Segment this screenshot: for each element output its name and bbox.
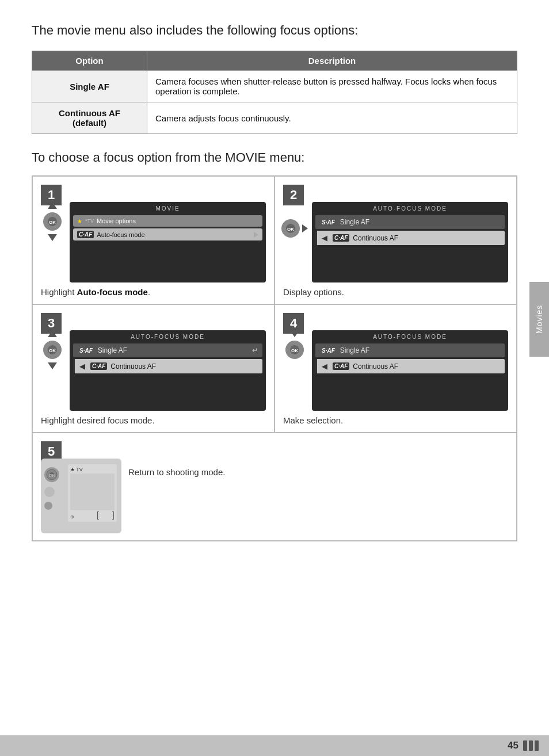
- saf-icon: S·AF: [320, 219, 337, 226]
- step-4-number: 4: [283, 313, 304, 334]
- step-3-caf: ◀ C·AF Continuous AF: [73, 359, 262, 373]
- camera-buttons: OK: [44, 467, 59, 510]
- arrow-down-icon: [48, 234, 57, 241]
- page-number: 45: [508, 740, 518, 751]
- caf-icon-4: C·AF: [333, 362, 349, 370]
- step-4-screen: AUTO-FOCUS MODE S·AF Single AF ◀ C·AF Co…: [312, 330, 508, 411]
- step-2-caption: Display options.: [283, 287, 508, 297]
- sel-arrow-4-icon: ◀: [322, 362, 327, 371]
- caf-icon-3: C·AF: [90, 362, 107, 370]
- sidebar-movies-label: Movies: [529, 282, 549, 357]
- bottom-bar: 45: [0, 735, 549, 756]
- desc-single-af: Camera focuses when shutter-release butt…: [147, 71, 517, 102]
- step-2-ok-right: OK: [281, 202, 308, 238]
- desc-continuous-af: Camera adjusts focus continuously.: [147, 102, 517, 134]
- triangle-right-icon: [254, 232, 258, 238]
- dot-2: [529, 740, 533, 751]
- dot-1: [523, 740, 527, 751]
- step-4-screen-title: AUTO-FOCUS MODE: [315, 334, 505, 340]
- option-continuous-af: Continuous AF (default): [32, 102, 147, 134]
- sel-arrow-icon: ◀: [322, 234, 327, 242]
- caf-icon: C·AF: [77, 231, 94, 238]
- step-1-number: 1: [41, 185, 62, 205]
- arrow-down-3-icon: [48, 362, 57, 369]
- intro-text: The movie menu also includes the followi…: [32, 23, 517, 38]
- caf-icon-2: C·AF: [333, 234, 349, 242]
- sel-arrow-3-icon: ◀: [79, 362, 85, 371]
- svg-text:OK: OK: [49, 474, 55, 478]
- step-2-cell: 2 OK AUTO-FOCU: [274, 176, 517, 304]
- col-option-header: Option: [32, 51, 147, 71]
- page-dots: [523, 740, 539, 751]
- svg-text:OK: OK: [291, 348, 298, 353]
- arrow-right-icon: [302, 224, 308, 232]
- col-description-header: Description: [147, 51, 517, 71]
- page: The movie menu also includes the followi…: [0, 0, 549, 756]
- check-icon: ↵: [252, 346, 258, 354]
- saf-icon-4: S·AF: [320, 347, 337, 354]
- step-1-screen-title: MOVIE: [73, 205, 262, 212]
- camera-screen-top: ★ TV: [70, 467, 115, 472]
- step-3-number: 3: [41, 313, 62, 334]
- camera-viewfinder: [70, 474, 115, 510]
- options-table: Option Description Single AF Camera focu…: [32, 51, 517, 134]
- step-3-content: OK AUTO-FOCUS MODE S·AF Single AF ↵ ◀ C·…: [41, 313, 266, 411]
- step-5-caption: Return to shooting mode.: [128, 441, 508, 477]
- step-1-screen: MOVIE ★ *TV Movie options C·AF Auto-focu…: [70, 202, 266, 282]
- ok-button-4-icon: OK: [285, 341, 304, 359]
- step-1-cell: 1 OK MOVIE ★: [32, 176, 274, 304]
- step-4-saf: S·AF Single AF: [315, 343, 505, 357]
- ok-button-3-icon: OK: [43, 341, 62, 359]
- svg-text:OK: OK: [287, 227, 294, 232]
- step-2-screen: AUTO-FOCUS MODE S·AF Single AF ◀ C·AF Co…: [312, 202, 508, 282]
- step-2-saf: S·AF Single AF: [315, 215, 505, 229]
- step-2-number: 2: [283, 185, 304, 205]
- step-3-caption: Highlight desired focus mode.: [41, 415, 266, 425]
- option-single-af: Single AF: [32, 71, 147, 102]
- camera-mockup: OK ★ TV ⊕ [ ]: [41, 459, 121, 533]
- step-3-screen: AUTO-FOCUS MODE S·AF Single AF ↵ ◀ C·AF …: [70, 330, 266, 411]
- camera-screen: ★ TV ⊕ [ ]: [68, 464, 117, 522]
- svg-text:OK: OK: [49, 348, 56, 353]
- table-row: Continuous AF (default) Camera adjusts f…: [32, 102, 517, 134]
- steps-grid: 1 OK MOVIE ★: [32, 175, 517, 541]
- camera-screen-bottom: ⊕ [ ]: [70, 510, 115, 520]
- ok-button-2-icon: OK: [281, 219, 300, 238]
- step-4-caption: Make selection.: [283, 415, 508, 425]
- step-4-caf: ◀ C·AF Continuous AF: [315, 359, 505, 373]
- camera-small-btn-icon: [44, 487, 55, 497]
- step-2-screen-title: AUTO-FOCUS MODE: [315, 205, 505, 212]
- camera-dial-icon: OK: [44, 467, 59, 482]
- step-2-content: OK AUTO-FOCUS MODE S·AF Single AF ◀: [283, 185, 508, 282]
- step-1-caption: Highlight Auto-focus mode.: [41, 287, 266, 297]
- svg-text:OK: OK: [49, 220, 56, 225]
- section2-title: To choose a focus option from the MOVIE …: [32, 150, 517, 165]
- step-2-caf: ◀ C·AF Continuous AF: [315, 231, 505, 245]
- step-1-movie-options: ★ *TV Movie options: [73, 215, 262, 227]
- dot-3: [535, 740, 539, 751]
- step-4-cell: 4 OK AUTO-FOCUS MODE S·AF Single: [274, 304, 517, 433]
- step-3-cell: 3 OK AUTO-FOCUS MODE S·AF: [32, 304, 274, 433]
- step-4-content: OK AUTO-FOCUS MODE S·AF Single AF ◀ C·AF…: [283, 313, 508, 411]
- step-3-saf: S·AF Single AF ↵: [73, 343, 262, 357]
- saf-icon-3: S·AF: [78, 347, 94, 354]
- table-row: Single AF Camera focuses when shutter-re…: [32, 71, 517, 102]
- camera-tiny-btn-icon: [44, 502, 52, 510]
- step-1-content: OK MOVIE ★ *TV Movie options C·AF A: [41, 185, 266, 282]
- ok-button-icon: OK: [43, 212, 62, 231]
- step-1-autofocus-mode: C·AF Auto-focus mode: [73, 228, 262, 240]
- step-3-screen-title: AUTO-FOCUS MODE: [73, 334, 262, 340]
- step-5-cell: 5 OK: [32, 433, 517, 541]
- step-5-content: OK ★ TV ⊕ [ ]: [41, 441, 508, 533]
